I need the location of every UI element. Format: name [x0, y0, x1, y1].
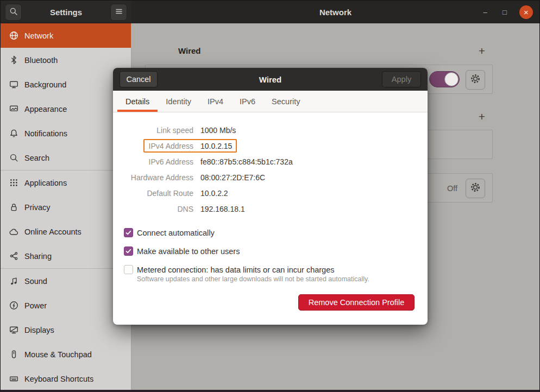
remove-connection-button[interactable]: Remove Connection Profile — [298, 294, 415, 311]
sidebar-item-network[interactable]: Network — [1, 23, 131, 48]
sidebar-item-bluetooth[interactable]: Bluetooth — [1, 48, 131, 72]
sidebar-item-keyboard-shortcuts[interactable]: Keyboard Shortcuts — [1, 366, 131, 390]
sidebar-item-label: Notifications — [24, 129, 67, 138]
wired-settings-button[interactable] — [466, 70, 485, 90]
proxy-status: Off — [447, 174, 457, 203]
sidebar: NetworkBluetoothBackgroundAppearanceNoti… — [1, 23, 131, 390]
dialog-headerbar: Wired Cancel Apply — [113, 68, 428, 91]
sharing-icon — [9, 251, 18, 261]
detail-row-ipv4-address: IPv4 Address10.0.2.15 — [124, 138, 417, 154]
search-icon — [9, 153, 18, 162]
detail-label: IPv4 Address — [124, 142, 193, 150]
detail-label: IPv6 Address — [124, 157, 193, 166]
checkbox-row-connect-automatically[interactable]: Connect automatically — [124, 227, 417, 239]
privacy-icon — [9, 203, 18, 212]
tab-ipv6[interactable]: IPv6 — [231, 91, 263, 112]
hamburger-icon — [115, 7, 123, 18]
sidebar-item-label: Keyboard Shortcuts — [24, 375, 93, 383]
checkbox-label: Connect automatically — [137, 227, 215, 239]
sidebar-headerbar: Settings — [1, 1, 131, 23]
titlebar: Settings Network – □ × — [1, 1, 539, 23]
checkbox-text: Metered connection: has data limits or c… — [137, 264, 369, 283]
checkbox-text: Make available to other users — [137, 245, 240, 257]
gear-icon — [469, 181, 481, 195]
checkbox-sublabel: Software updates and other large downloa… — [137, 275, 369, 283]
detail-row-default-route: Default Route10.0.2.2 — [124, 185, 417, 201]
detail-row-dns: DNS192.168.18.1 — [124, 201, 417, 217]
checkbox-text: Connect automatically — [137, 227, 215, 239]
checkbox-row-metered-connection-has-data-li[interactable]: Metered connection: has data limits or c… — [124, 264, 417, 283]
wired-toggle[interactable] — [429, 71, 460, 87]
detail-value: 08:00:27:2D:E7:6C — [200, 173, 265, 182]
detail-row-hardware-address: Hardware Address08:00:27:2D:E7:6C — [124, 169, 417, 185]
close-button[interactable]: × — [519, 5, 533, 19]
online-accounts-icon — [9, 227, 18, 236]
sidebar-item-search[interactable]: Search — [1, 146, 131, 170]
sidebar-item-appearance[interactable]: Appearance — [1, 97, 131, 121]
gear-icon — [469, 73, 481, 87]
connection-options: Connect automaticallyMake available to o… — [124, 227, 417, 289]
minimize-button[interactable]: – — [480, 8, 490, 16]
add-vpn-icon[interactable]: + — [476, 111, 488, 123]
sidebar-item-label: Power — [24, 301, 47, 310]
wired-dialog: Wired Cancel Apply DetailsIdentityIPv4IP… — [113, 68, 428, 325]
mouse-icon — [9, 350, 18, 359]
sidebar-item-label: Displays — [24, 326, 54, 334]
sidebar-item-power[interactable]: Power — [1, 293, 131, 318]
sidebar-item-online-accounts[interactable]: Online Accounts — [1, 219, 131, 244]
detail-value: 10.0.2.2 — [200, 189, 228, 198]
wired-section-title: Wired — [178, 46, 201, 55]
sidebar-item-label: Search — [24, 154, 49, 162]
sidebar-item-sound[interactable]: Sound — [1, 269, 131, 293]
sidebar-item-label: Network — [24, 31, 53, 40]
sidebar-item-notifications[interactable]: Notifications — [1, 121, 131, 146]
detail-value: 192.168.18.1 — [200, 205, 245, 213]
sidebar-item-label: Appearance — [24, 105, 67, 113]
menu-button[interactable] — [110, 4, 127, 21]
apply-button[interactable]: Apply — [382, 71, 421, 87]
applications-icon — [9, 178, 18, 187]
sidebar-item-privacy[interactable]: Privacy — [1, 195, 131, 219]
sidebar-item-label: Sound — [24, 277, 47, 286]
sidebar-item-label: Sharing — [24, 252, 52, 261]
appearance-icon — [9, 104, 18, 113]
sidebar-item-background[interactable]: Background — [1, 72, 131, 97]
dialog-tabbar: DetailsIdentityIPv4IPv6Security — [113, 91, 428, 112]
toggle-knob — [444, 72, 459, 86]
proxy-settings-button[interactable] — [466, 179, 485, 198]
tab-details[interactable]: Details — [117, 91, 158, 112]
keyboard-icon — [9, 374, 18, 383]
add-wired-connection-icon[interactable]: + — [476, 45, 488, 57]
checkbox-checked-icon[interactable] — [124, 246, 133, 256]
detail-label: Default Route — [124, 189, 193, 198]
page-title: Network — [131, 1, 539, 23]
detail-label: DNS — [124, 205, 193, 213]
checkbox-row-make-available-to-other-users[interactable]: Make available to other users — [124, 245, 417, 257]
tab-security[interactable]: Security — [263, 91, 308, 112]
checkbox-unchecked-icon[interactable] — [124, 265, 133, 274]
tab-identity[interactable]: Identity — [158, 91, 199, 112]
network-icon — [9, 31, 18, 40]
connection-details: Link speed1000 Mb/sIPv4 Address10.0.2.15… — [124, 122, 417, 217]
maximize-button[interactable]: □ — [500, 8, 510, 16]
detail-value: 1000 Mb/s — [200, 126, 236, 135]
displays-icon — [9, 325, 18, 334]
sound-icon — [9, 276, 18, 286]
detail-row-ipv6-address: IPv6 Addressfe80::87b5:c884:5b1c:732a — [124, 154, 417, 169]
dialog-title: Wired — [113, 68, 428, 91]
sidebar-item-label: Mouse & Touchpad — [24, 350, 92, 359]
detail-label: Link speed — [124, 126, 193, 135]
checkbox-checked-icon[interactable] — [124, 228, 133, 237]
sidebar-item-sharing[interactable]: Sharing — [1, 244, 131, 268]
tab-ipv4[interactable]: IPv4 — [199, 91, 231, 112]
cancel-button[interactable]: Cancel — [120, 71, 158, 87]
sidebar-item-label: Online Accounts — [24, 227, 81, 236]
detail-value: 10.0.2.15 — [200, 142, 232, 150]
checkbox-label: Metered connection: has data limits or c… — [137, 264, 369, 276]
sidebar-item-applications[interactable]: Applications — [1, 170, 131, 195]
sidebar-item-mouse-touchpad[interactable]: Mouse & Touchpad — [1, 342, 131, 366]
sidebar-item-label: Applications — [24, 179, 67, 187]
sidebar-item-displays[interactable]: Displays — [1, 318, 131, 342]
sidebar-item-label: Background — [24, 80, 66, 89]
background-icon — [9, 80, 18, 89]
